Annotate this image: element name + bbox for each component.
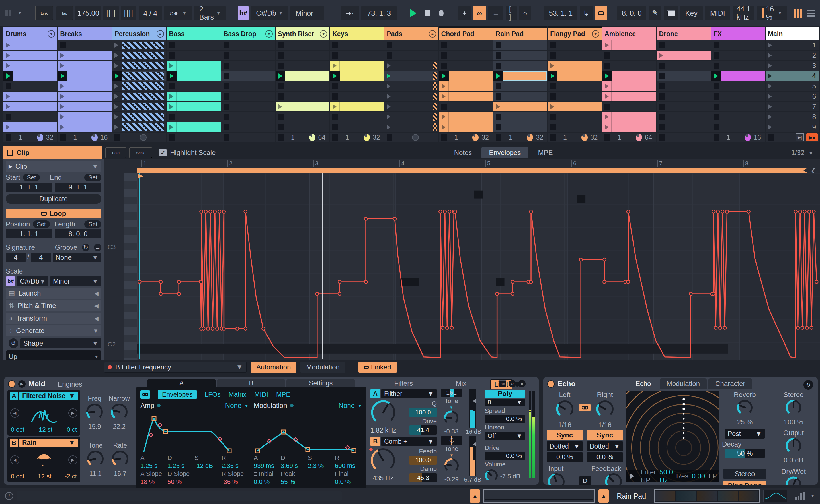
- meld-tab-a[interactable]: A: [147, 379, 216, 387]
- clip-slot[interactable]: [602, 51, 656, 60]
- scene-slot[interactable]: 5: [766, 81, 819, 91]
- highlight-scale-checkbox[interactable]: ✓: [159, 149, 166, 156]
- quantization-menu[interactable]: 2 Bars▼: [194, 6, 226, 20]
- clip-slot[interactable]: [3, 40, 57, 50]
- echo-tab-echo[interactable]: Echo: [629, 378, 658, 389]
- clip-slot[interactable]: [112, 122, 166, 132]
- clip-slot[interactable]: [657, 61, 710, 71]
- clip-slot[interactable]: [493, 112, 547, 122]
- mod-final[interactable]: 0.0 %: [335, 478, 362, 486]
- amp-decay[interactable]: 1.25 s: [167, 462, 194, 470]
- scene-slot[interactable]: 2: [766, 51, 819, 60]
- clip-slot[interactable]: [657, 51, 710, 60]
- filter-a-drive-field[interactable]: 41.4: [409, 425, 437, 435]
- amp-rslope[interactable]: -36 %: [222, 478, 249, 486]
- filter-a-type-menu[interactable]: Filther▼: [381, 389, 437, 398]
- mix-a-level[interactable]: -16 dB: [464, 428, 481, 435]
- groove-menu[interactable]: None▼: [53, 253, 101, 262]
- tab-clip[interactable]: Clip: [3, 146, 102, 159]
- clip-slot[interactable]: [276, 40, 329, 50]
- capture-midi-button[interactable]: ○: [519, 6, 531, 20]
- set-position-button[interactable]: Set: [33, 220, 50, 228]
- stop-button[interactable]: [425, 10, 430, 16]
- groove-refresh-icon[interactable]: ↻: [82, 244, 89, 251]
- track-stop-row[interactable]: 116: [711, 133, 765, 142]
- freq-knob[interactable]: [86, 403, 103, 422]
- mod-attack[interactable]: 939 ms: [254, 462, 281, 470]
- draw-mode-button[interactable]: ✎: [649, 6, 662, 20]
- clip-scale-toggle[interactable]: b#: [6, 276, 15, 286]
- clip-slot[interactable]: [384, 51, 438, 60]
- clip-slot[interactable]: [384, 122, 438, 132]
- status-caret-icon[interactable]: ▼: [810, 493, 815, 499]
- clip-slot[interactable]: [711, 92, 765, 101]
- key-map-button[interactable]: Key: [680, 6, 703, 20]
- engine-a-st[interactable]: 12 st: [39, 426, 52, 433]
- clip-slot[interactable]: [493, 40, 547, 50]
- signature-numerator-field[interactable]: 4: [6, 253, 26, 262]
- clip-slot[interactable]: [58, 122, 112, 132]
- clip-slot[interactable]: [221, 92, 275, 101]
- narrow-knob[interactable]: [110, 403, 128, 422]
- fold-group-icon[interactable]: ▼: [48, 30, 55, 38]
- scene-slot[interactable]: 4: [766, 71, 819, 81]
- clip-slot[interactable]: [58, 102, 112, 111]
- track-stop-row[interactable]: [167, 133, 221, 142]
- loop-start-field[interactable]: 53. 1. 1: [544, 6, 577, 20]
- subtab-lfos[interactable]: LFOs: [205, 391, 221, 398]
- feedback-knob[interactable]: [605, 473, 623, 485]
- delay-mode-button[interactable]: D: [579, 476, 591, 485]
- echo-link-toggle[interactable]: [579, 404, 590, 411]
- filter-b-type-menu[interactable]: Comb +▼: [381, 437, 437, 446]
- stop-all-clips-button[interactable]: ▶|: [796, 133, 804, 141]
- clip-slot[interactable]: [167, 40, 221, 50]
- meld-save-icon[interactable]: ■: [518, 380, 526, 387]
- filter-b-damp-field[interactable]: 45.3: [409, 473, 437, 482]
- metronome-button[interactable]: ○● ▼: [164, 6, 192, 20]
- amp-aslope[interactable]: 18 %: [140, 478, 167, 486]
- poly-mode-toggle[interactable]: Poly: [485, 390, 525, 398]
- track-header[interactable]: Bass: [167, 27, 221, 40]
- clip-slot[interactable]: [167, 122, 221, 132]
- clip-slot[interactable]: [330, 51, 384, 60]
- clip-slot[interactable]: [384, 92, 438, 101]
- scene-slot[interactable]: 6: [766, 92, 819, 101]
- clip-slot[interactable]: [112, 81, 166, 91]
- track-stop-row[interactable]: [384, 133, 438, 142]
- mod-envelope-graph[interactable]: [254, 410, 362, 453]
- clip-slot[interactable]: [167, 71, 221, 81]
- clip-slot[interactable]: [548, 40, 601, 50]
- loop-brace[interactable]: [137, 168, 807, 173]
- set-start-button[interactable]: Set: [23, 174, 40, 181]
- clip-slot[interactable]: [602, 81, 656, 91]
- clip-slot[interactable]: [439, 61, 493, 71]
- amp-release[interactable]: 2.36 s: [222, 462, 249, 470]
- clip-slot[interactable]: [711, 40, 765, 50]
- track-stop-row[interactable]: [657, 133, 710, 142]
- scale-fold-button[interactable]: Scale: [129, 147, 152, 158]
- engine-b-oct[interactable]: 0 oct: [11, 473, 24, 480]
- clip-slot[interactable]: [657, 81, 710, 91]
- mod-target-menu[interactable]: None▼: [339, 402, 362, 410]
- modulation-tab[interactable]: Modulation: [300, 362, 345, 373]
- tone-knob[interactable]: [86, 450, 104, 469]
- track-stop-row[interactable]: 132: [330, 133, 384, 142]
- clip-slot[interactable]: [548, 112, 601, 122]
- section-pitch-time[interactable]: ⇅Pitch & Time◀: [6, 300, 101, 311]
- mod-sustain[interactable]: 2.3 %: [308, 462, 335, 470]
- clip-slot[interactable]: [3, 122, 57, 132]
- track-stop-row[interactable]: 116: [58, 133, 112, 142]
- stereo-width-knob[interactable]: [785, 399, 802, 418]
- clip-slot[interactable]: [330, 122, 384, 132]
- clip-slot[interactable]: [330, 40, 384, 50]
- clip-slot[interactable]: [657, 102, 710, 111]
- clip-slot[interactable]: [602, 112, 656, 122]
- track-stop-row[interactable]: 132: [548, 133, 601, 142]
- fold-group-icon[interactable]: ▼: [592, 30, 599, 38]
- signature-denominator-field[interactable]: 4: [31, 253, 51, 262]
- rate-knob[interactable]: [111, 450, 129, 469]
- clip-slot[interactable]: [384, 61, 438, 71]
- clip-slot[interactable]: [167, 92, 221, 101]
- drive-field[interactable]: 0.0 %: [485, 452, 525, 460]
- tap-button[interactable]: Tap: [55, 6, 73, 20]
